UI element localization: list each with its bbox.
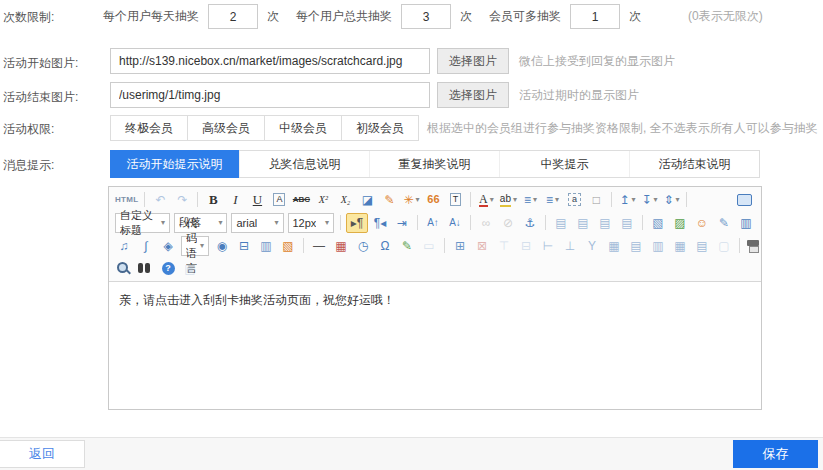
align-left-icon[interactable]: ▤: [551, 214, 571, 232]
photo-album-icon[interactable]: ▨: [670, 214, 690, 232]
message-tab[interactable]: 活动结束说明: [629, 151, 759, 177]
page-break-icon[interactable]: ▭: [419, 237, 439, 255]
insert-table-icon[interactable]: ⊞: [450, 237, 470, 255]
undo-icon[interactable]: ↶: [150, 191, 170, 209]
ordered-list-icon[interactable]: ≡▾: [520, 191, 540, 209]
delete-table-icon[interactable]: ⊠: [472, 237, 492, 255]
blockquote-icon[interactable]: 66: [423, 191, 443, 209]
merge-right-icon[interactable]: ▤: [626, 237, 646, 255]
ltr-paragraph-icon[interactable]: ▸¶: [346, 213, 368, 233]
link-icon[interactable]: ∞: [476, 214, 496, 232]
subscript-icon[interactable]: X₂: [335, 191, 355, 209]
superscript-icon[interactable]: X²: [313, 191, 333, 209]
font-color-icon[interactable]: A▾: [476, 191, 496, 209]
indent-icon[interactable]: ⇥: [392, 214, 412, 232]
help-icon[interactable]: ?: [158, 260, 178, 278]
end-image-label: 活动结束图片:: [3, 89, 78, 106]
attachment-icon[interactable]: ∫: [136, 237, 156, 255]
new-page-icon[interactable]: □: [586, 191, 606, 209]
template-icon[interactable]: ▧: [278, 237, 298, 255]
code-language-select[interactable]: 代码语言▾: [181, 236, 209, 256]
strikethrough-icon[interactable]: ABC: [291, 191, 311, 209]
message-tab[interactable]: 活动开始提示说明: [110, 150, 239, 178]
scrawl-icon[interactable]: ✎: [714, 214, 734, 232]
find-replace-icon[interactable]: [136, 260, 156, 278]
snippet-icon[interactable]: ⊟: [234, 237, 254, 255]
insert-date-icon[interactable]: ▦: [331, 237, 351, 255]
limit-label: 次数限制:: [3, 9, 54, 26]
rtl-paragraph-icon[interactable]: ¶◂: [370, 214, 390, 232]
table-title-icon[interactable]: ⊤: [494, 237, 514, 255]
paragraph-space-bottom-icon[interactable]: ↧▾: [639, 191, 659, 209]
font-size-down-icon[interactable]: A↓: [445, 214, 465, 232]
merge-cells-icon[interactable]: ⊟: [516, 237, 536, 255]
align-right-icon[interactable]: ▤: [595, 214, 615, 232]
end-image-url-input[interactable]: [110, 82, 430, 108]
insert-col-icon[interactable]: ⊥: [560, 237, 580, 255]
font-size-up-icon[interactable]: A↑: [423, 214, 443, 232]
columns-icon[interactable]: ▥: [256, 237, 276, 255]
paragraph-format-select[interactable]: 段落▾: [174, 213, 228, 233]
message-tab[interactable]: 兑奖信息说明: [239, 151, 369, 177]
word-doc-icon[interactable]: ▢: [714, 237, 734, 255]
insert-row-icon[interactable]: ⊢: [538, 237, 558, 255]
align-center-icon[interactable]: ▤: [573, 214, 593, 232]
member-group-button[interactable]: 高级会员: [187, 115, 265, 141]
chevron-down-icon: ▾: [533, 195, 537, 204]
end-image-choose-button[interactable]: 选择图片: [437, 82, 509, 108]
back-button[interactable]: 返回: [0, 440, 85, 468]
font-size-select[interactable]: 12px▾: [288, 213, 334, 233]
average-cols-icon[interactable]: ▤: [692, 237, 712, 255]
member-group-button[interactable]: 终极会员: [110, 115, 188, 141]
anchor-label-icon[interactable]: a: [564, 191, 584, 209]
line-height-icon[interactable]: ⇕▾: [661, 191, 681, 209]
paste-plain-text-icon[interactable]: T: [445, 191, 465, 209]
special-char-icon[interactable]: Ω: [375, 237, 395, 255]
font-family-select[interactable]: arial▾: [231, 213, 283, 233]
redo-icon[interactable]: ↷: [172, 191, 192, 209]
start-image-url-input[interactable]: [110, 48, 430, 74]
editor-body[interactable]: 亲，请点击进入刮刮卡抽奖活动页面，祝您好运哦！: [109, 282, 761, 409]
horizontal-rule-icon[interactable]: —: [309, 237, 329, 255]
insert-code-icon[interactable]: ◉: [212, 237, 232, 255]
merge-down-icon[interactable]: ▥: [648, 237, 668, 255]
daily-draw-count-input[interactable]: [208, 4, 258, 29]
fullscreen-icon[interactable]: [734, 191, 754, 209]
print-icon[interactable]: [745, 237, 765, 255]
insert-time-icon[interactable]: ◷: [353, 237, 373, 255]
unlink-icon[interactable]: ⊘: [498, 214, 518, 232]
format-brush-icon[interactable]: ✎: [379, 191, 399, 209]
save-button[interactable]: 保存: [733, 440, 818, 468]
split-cell-icon[interactable]: Y: [582, 237, 602, 255]
char-border-icon[interactable]: A: [269, 191, 289, 209]
total-draw-count-input[interactable]: [401, 4, 451, 29]
member-group-button[interactable]: 初级会员: [341, 115, 419, 141]
member-extra-draw-input[interactable]: [570, 4, 620, 29]
underline-icon[interactable]: U: [247, 191, 267, 209]
table-borders-icon[interactable]: ▦: [604, 237, 624, 255]
unordered-list-icon[interactable]: ≡▾: [542, 191, 562, 209]
music-icon[interactable]: ♫: [114, 237, 134, 255]
bold-icon[interactable]: B: [203, 191, 223, 209]
source-html-icon[interactable]: HTML: [114, 191, 139, 209]
remove-format-icon[interactable]: ◪: [357, 191, 377, 209]
custom-title-select[interactable]: 自定义标题▾: [115, 213, 170, 233]
emoji-icon[interactable]: ☺: [692, 214, 712, 232]
auto-typeset-icon[interactable]: ✳▾: [401, 191, 421, 209]
start-image-choose-button[interactable]: 选择图片: [437, 48, 509, 74]
average-rows-icon[interactable]: ▦: [670, 237, 690, 255]
edit-note-icon[interactable]: ✎: [397, 237, 417, 255]
message-tab[interactable]: 中奖提示: [499, 151, 629, 177]
highlight-color-icon[interactable]: ab▾: [498, 191, 518, 209]
paste-icon[interactable]: ▣: [180, 260, 200, 278]
insert-image-icon[interactable]: ▧: [648, 214, 668, 232]
align-justify-icon[interactable]: ▤: [617, 214, 637, 232]
italic-icon[interactable]: I: [225, 191, 245, 209]
map-icon[interactable]: ◈: [158, 237, 178, 255]
message-tab[interactable]: 重复抽奖说明: [369, 151, 499, 177]
paragraph-space-top-icon[interactable]: ↥▾: [617, 191, 637, 209]
member-group-button[interactable]: 中级会员: [264, 115, 342, 141]
anchor-icon[interactable]: ⚓: [520, 214, 540, 232]
preview-icon[interactable]: [114, 260, 134, 278]
insert-video-icon[interactable]: ▥: [736, 214, 756, 232]
